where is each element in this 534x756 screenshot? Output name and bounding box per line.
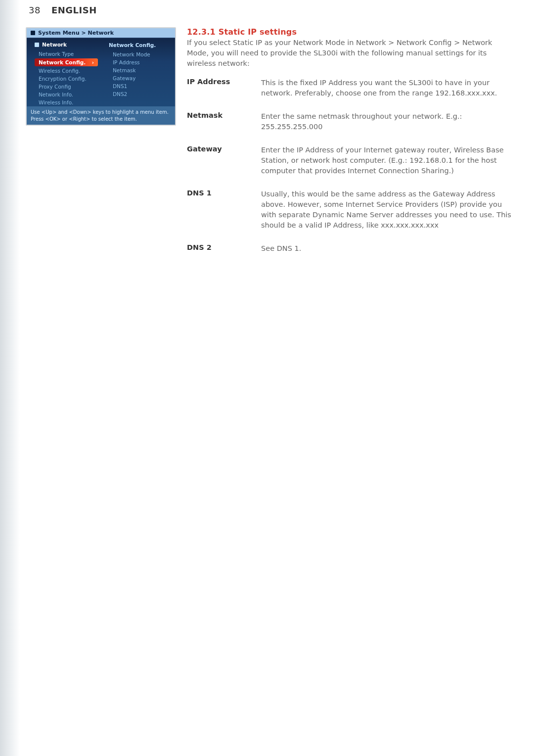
hint-bar: Use <Up> and <Down> keys to highlight a … xyxy=(27,106,175,125)
def-term: DNS 2 xyxy=(187,243,256,254)
left-gradient-strip xyxy=(0,0,20,756)
def-term: Gateway xyxy=(187,145,256,176)
list-item: Network Mode xyxy=(105,50,175,58)
breadcrumb: System Menu > Network xyxy=(27,28,175,38)
list-item-label: Network Config. xyxy=(39,59,86,65)
network-icon xyxy=(35,43,39,47)
page-root: 38 ENGLISH System Menu > Network Network… xyxy=(0,0,534,756)
chevron-right-icon: › xyxy=(92,59,94,65)
list-item: Netmask xyxy=(105,66,175,74)
left-panel: Network Network Type Network Config. › W… xyxy=(27,38,101,106)
def-term: DNS 1 xyxy=(187,189,256,231)
section-intro: If you select Static IP as your Network … xyxy=(187,38,513,69)
system-menu-icon xyxy=(31,31,35,35)
def-desc: Enter the same netmask throughout your n… xyxy=(261,111,513,132)
list-item: IP Address xyxy=(105,58,175,66)
list-item: Wireless Info. xyxy=(31,98,101,106)
list-item: Gateway xyxy=(105,74,175,82)
def-term: Netmask xyxy=(187,111,256,132)
breadcrumb-text: System Menu > Network xyxy=(38,30,114,36)
section-heading: 12.3.1 Static IP settings xyxy=(187,27,513,37)
list-item: Wireless Config. xyxy=(31,67,101,75)
list-item-active: Network Config. › xyxy=(35,58,98,66)
left-panel-header: Network xyxy=(31,40,101,50)
screenshot-columns: Network Network Type Network Config. › W… xyxy=(27,38,175,106)
def-desc: Enter the IP Address of your Internet ga… xyxy=(261,145,513,176)
list-item: Network Info. xyxy=(31,91,101,98)
hint-line-2: Press <OK> or <Right> to select the item… xyxy=(31,116,171,123)
list-item: Encryption Config. xyxy=(31,75,101,83)
def-desc: Usually, this would be the same address … xyxy=(261,189,513,231)
def-desc: See DNS 1. xyxy=(261,243,513,254)
list-item: DNS1 xyxy=(105,82,175,90)
page-number: 38 xyxy=(29,5,41,15)
content-column: 12.3.1 Static IP settings If you select … xyxy=(187,27,513,254)
list-item: Network Type xyxy=(31,50,101,58)
right-panel: Network Config. Network Mode IP Address … xyxy=(101,38,175,106)
definitions-table: IP Address This is the fixed IP Address … xyxy=(187,78,513,254)
def-desc: This is the fixed IP Address you want th… xyxy=(261,78,513,98)
list-item: Proxy Config xyxy=(31,83,101,91)
left-panel-title: Network xyxy=(42,42,67,47)
device-screenshot: System Menu > Network Network Network Ty… xyxy=(26,27,176,126)
right-panel-header: Network Config. xyxy=(105,40,175,50)
page-header: 38 ENGLISH xyxy=(29,5,97,15)
def-term: IP Address xyxy=(187,78,256,98)
language-label: ENGLISH xyxy=(51,5,97,15)
list-item: DNS2 xyxy=(105,90,175,98)
hint-line-1: Use <Up> and <Down> keys to highlight a … xyxy=(31,109,171,116)
